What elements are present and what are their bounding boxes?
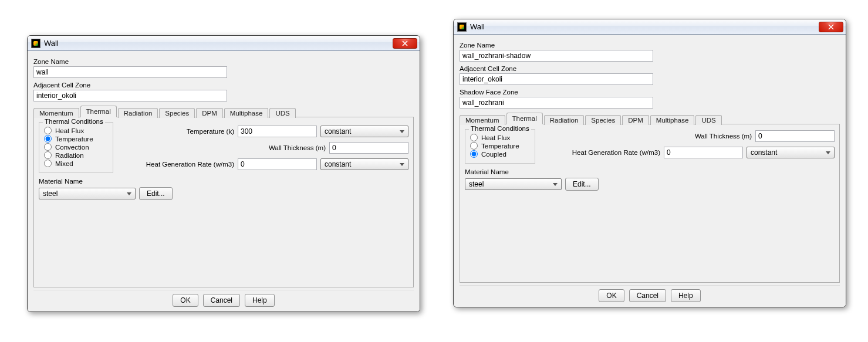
- radio-mixed[interactable]: Mixed: [44, 160, 108, 167]
- close-button[interactable]: [393, 38, 417, 49]
- heat-gen-rate-dropdown[interactable]: constant: [320, 158, 408, 170]
- tab-radiation[interactable]: Radiation: [544, 115, 585, 125]
- thermal-conditions-group: Thermal Conditions Heat Flux Temperature…: [465, 129, 535, 164]
- window-title: Wall: [44, 39, 393, 48]
- zone-name-label: Zone Name: [33, 58, 227, 65]
- thermal-conditions-legend: Thermal Conditions: [469, 125, 531, 132]
- cancel-button[interactable]: Cancel: [203, 294, 240, 307]
- radio-radiation[interactable]: Radiation: [44, 151, 108, 159]
- wall-thickness-input[interactable]: [329, 142, 408, 154]
- thermal-conditions-legend: Thermal Conditions: [43, 118, 105, 125]
- radio-temperature[interactable]: Temperature: [470, 142, 530, 150]
- thermal-conditions-group: Thermal Conditions Heat Flux Temperature…: [39, 122, 113, 173]
- heat-gen-rate-input[interactable]: [238, 158, 317, 170]
- shadow-face-zone-label: Shadow Face Zone: [460, 89, 653, 96]
- temperature-input[interactable]: [238, 126, 317, 137]
- tab-uds[interactable]: UDS: [695, 115, 721, 125]
- material-name-label: Material Name: [465, 168, 835, 175]
- radio-heat-flux[interactable]: Heat Flux: [44, 127, 108, 134]
- edit-button[interactable]: Edit...: [139, 187, 173, 200]
- adjacent-cell-zone-input[interactable]: interior_okoli: [33, 90, 227, 101]
- help-button[interactable]: Help: [245, 294, 275, 307]
- material-dropdown[interactable]: steel: [465, 178, 562, 190]
- radio-convection[interactable]: Convection: [44, 143, 108, 151]
- adjacent-cell-zone-label: Adjacent Cell Zone: [460, 65, 653, 72]
- close-icon: [828, 24, 834, 30]
- tab-content: Thermal Conditions Heat Flux Temperature…: [460, 124, 840, 283]
- tab-dpm[interactable]: DPM: [196, 108, 223, 118]
- material-dropdown[interactable]: steel: [39, 188, 136, 199]
- wall-dialog-2: Wall Zone Name wall_rozhrani-shadow Adja…: [453, 19, 846, 307]
- radio-temperature[interactable]: Temperature: [44, 135, 108, 143]
- tab-momentum[interactable]: Momentum: [460, 115, 505, 125]
- tab-momentum[interactable]: Momentum: [33, 108, 79, 118]
- tab-thermal[interactable]: Thermal: [506, 113, 543, 124]
- close-icon: [402, 40, 408, 46]
- wall-dialog-1: Wall Zone Name wall Adjacent Cell Zone i…: [27, 35, 420, 312]
- adjacent-cell-zone-input[interactable]: interior_okoli: [460, 73, 653, 85]
- zone-name-input[interactable]: wall: [33, 66, 227, 78]
- tab-species[interactable]: Species: [159, 108, 195, 118]
- help-button[interactable]: Help: [671, 289, 701, 302]
- wall-thickness-label: Wall Thickness (m): [695, 133, 752, 140]
- tab-radiation[interactable]: Radiation: [118, 108, 158, 118]
- shadow-face-zone-input[interactable]: wall_rozhrani: [460, 97, 653, 109]
- radio-heat-flux[interactable]: Heat Flux: [470, 134, 530, 141]
- cancel-button[interactable]: Cancel: [629, 289, 666, 302]
- heat-gen-rate-label: Heat Generation Rate (w/m3): [545, 149, 660, 156]
- heat-gen-rate-dropdown[interactable]: constant: [747, 147, 835, 158]
- wall-thickness-label: Wall Thickness (m): [269, 144, 326, 151]
- zone-name-label: Zone Name: [460, 42, 653, 49]
- wall-thickness-input[interactable]: [755, 130, 835, 142]
- tab-content: Thermal Conditions Heat Flux Temperature…: [33, 117, 414, 287]
- tab-dpm[interactable]: DPM: [622, 115, 649, 125]
- tab-multiphase[interactable]: Multiphase: [650, 115, 695, 125]
- heat-gen-rate-label: Heat Generation Rate (w/m3): [123, 161, 234, 168]
- titlebar[interactable]: Wall: [454, 19, 846, 35]
- material-name-label: Material Name: [39, 178, 408, 185]
- temperature-dropdown[interactable]: constant: [320, 126, 408, 137]
- tab-multiphase[interactable]: Multiphase: [224, 108, 269, 118]
- tab-species[interactable]: Species: [585, 115, 621, 125]
- ok-button[interactable]: OK: [173, 294, 198, 307]
- tab-uds[interactable]: UDS: [269, 108, 295, 118]
- edit-button[interactable]: Edit...: [565, 178, 599, 191]
- zone-name-input[interactable]: wall_rozhrani-shadow: [460, 50, 653, 62]
- titlebar[interactable]: Wall: [28, 36, 420, 51]
- tab-bar: Momentum Thermal Radiation Species DPM M…: [33, 105, 414, 117]
- app-icon: [31, 39, 40, 48]
- tab-thermal[interactable]: Thermal: [80, 106, 117, 117]
- adjacent-cell-zone-label: Adjacent Cell Zone: [33, 82, 227, 89]
- temperature-label: Temperature (k): [123, 128, 234, 135]
- tab-bar: Momentum Thermal Radiation Species DPM M…: [460, 112, 840, 124]
- window-title: Wall: [470, 22, 819, 31]
- heat-gen-rate-input[interactable]: [664, 147, 743, 158]
- radio-coupled[interactable]: Coupled: [470, 150, 530, 158]
- ok-button[interactable]: OK: [599, 289, 624, 302]
- app-icon: [457, 22, 467, 32]
- close-button[interactable]: [819, 22, 843, 32]
